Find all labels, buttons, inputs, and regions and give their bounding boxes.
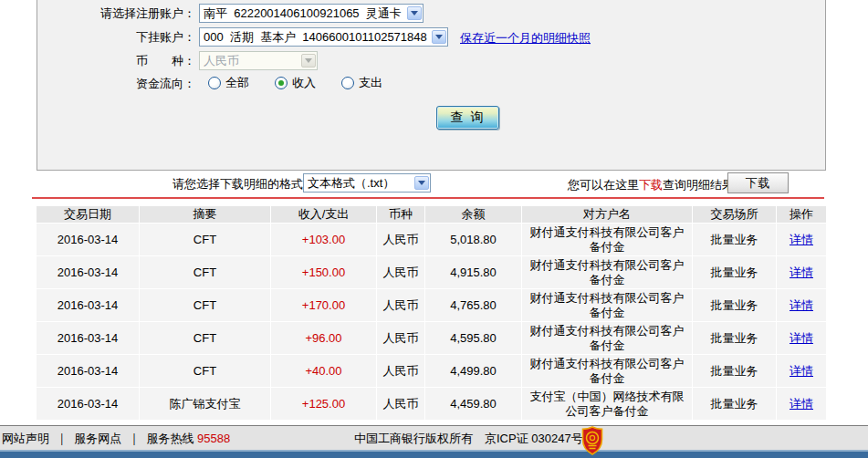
footer-link-outlets[interactable]: 服务网点: [74, 432, 121, 445]
save-snapshot-link[interactable]: 保存近一个月的明细快照: [460, 30, 591, 47]
footer-hotline-number: 95588: [197, 432, 230, 445]
radio-icon[interactable]: [341, 77, 354, 89]
cell-counterparty: 财付通支付科技有限公司客户备付金: [522, 322, 692, 354]
radio-expense[interactable]: 支出: [341, 75, 382, 91]
header-action: 操作: [777, 206, 826, 223]
table-row: 2016-03-14 陈广锦支付宝 +125.00 人民币 4,459.80 支…: [37, 388, 826, 420]
detail-link[interactable]: 详情: [790, 233, 813, 246]
transactions-table: 交易日期 摘要 收入/支出 币种 余额 对方户名 交易场所 操作 2016-03…: [36, 205, 827, 421]
cell-date: 2016-03-14: [37, 256, 139, 288]
table-row: 2016-03-14 CFT +103.00 人民币 5,018.80 财付通支…: [37, 224, 826, 255]
cell-currency: 人民币: [377, 355, 424, 387]
dropdown-arrow-icon[interactable]: [414, 176, 429, 190]
fund-flow-radio-group: 全部 收入 支出: [208, 75, 382, 91]
cell-summary: CFT: [140, 224, 270, 255]
header-place: 交易场所: [693, 206, 776, 223]
footer-hotline-label: 服务热线: [146, 432, 193, 445]
cell-summary: CFT: [140, 256, 270, 288]
detail-link[interactable]: 详情: [790, 397, 813, 411]
dropdown-arrow-icon[interactable]: [407, 6, 422, 20]
download-format-label: 请您选择下载明细的格式: [139, 175, 303, 193]
download-hint-prefix: 您可以在这里: [568, 178, 639, 192]
footer-bar: 网站声明 ｜ 服务网点 ｜ 服务热线 95588 中国工商银行版权所有 京ICP…: [0, 425, 868, 452]
currency-select-disabled: 人民币: [199, 51, 318, 70]
detail-link[interactable]: 详情: [790, 298, 813, 312]
cell-date: 2016-03-14: [37, 388, 139, 420]
footer-link-statement[interactable]: 网站声明: [2, 432, 49, 445]
cell-amount: +103.00: [271, 224, 376, 255]
table-header-row: 交易日期 摘要 收入/支出 币种 余额 对方户名 交易场所 操作: [37, 206, 826, 223]
cell-action: 详情: [777, 388, 826, 420]
cell-action: 详情: [777, 224, 826, 255]
detail-link[interactable]: 详情: [790, 331, 813, 345]
cell-counterparty: 支付宝（中国）网络技术有限公司客户备付金: [522, 388, 692, 420]
cell-date: 2016-03-14: [37, 355, 139, 387]
cell-currency: 人民币: [377, 388, 424, 420]
cell-amount: +96.00: [271, 322, 376, 354]
header-currency: 币种: [377, 206, 424, 223]
cell-currency: 人民币: [377, 224, 424, 255]
cell-currency: 人民币: [377, 322, 424, 354]
cell-amount: +170.00: [271, 289, 376, 321]
cell-summary: CFT: [140, 355, 270, 387]
cell-date: 2016-03-14: [37, 224, 139, 255]
red-divider-line: [32, 197, 824, 199]
table-row: 2016-03-14 CFT +170.00 人民币 4,765.80 财付通支…: [37, 289, 826, 321]
register-account-value: 南平 6222001406100921065 灵通卡: [200, 5, 406, 22]
header-date: 交易日期: [37, 206, 139, 223]
cell-date: 2016-03-14: [37, 322, 139, 354]
transactions-body: 2016-03-14 CFT +103.00 人民币 5,018.80 财付通支…: [37, 224, 826, 420]
icp-seal-icon: [581, 426, 603, 455]
cell-balance: 4,499.80: [425, 355, 521, 387]
radio-expense-label: 支出: [359, 75, 382, 91]
download-format-select[interactable]: 文本格式（.txt）: [303, 173, 431, 193]
cell-amount: +150.00: [271, 256, 376, 288]
cell-counterparty: 财付通支付科技有限公司客户备付金: [522, 224, 692, 255]
cell-action: 详情: [777, 256, 826, 288]
download-format-value: 文本格式（.txt）: [304, 175, 413, 192]
detail-link[interactable]: 详情: [790, 265, 813, 279]
cell-balance: 4,915.80: [425, 256, 521, 288]
radio-icon[interactable]: [208, 77, 221, 89]
query-button[interactable]: 查 询: [436, 106, 499, 130]
cell-balance: 4,595.80: [425, 322, 521, 354]
cell-summary: CFT: [140, 289, 270, 321]
cell-date: 2016-03-14: [37, 289, 139, 321]
cell-balance: 4,459.80: [425, 388, 521, 420]
download-button[interactable]: 下载: [727, 172, 789, 193]
footer-separator: ｜: [49, 432, 74, 445]
radio-income[interactable]: 收入: [275, 75, 316, 91]
cell-place: 批量业务: [693, 289, 776, 321]
download-hint-link[interactable]: 下载: [639, 178, 663, 192]
sub-account-value: 000 活期 基本户 1406600101102571848: [200, 29, 431, 46]
footer-left-links: 网站声明 ｜ 服务网点 ｜ 服务热线 95588: [2, 426, 230, 451]
table-row: 2016-03-14 CFT +150.00 人民币 4,915.80 财付通支…: [37, 256, 826, 288]
cell-place: 批量业务: [693, 388, 776, 420]
detail-link[interactable]: 详情: [790, 364, 813, 378]
header-balance: 余额: [425, 206, 521, 223]
header-summary: 摘要: [140, 206, 270, 223]
fund-flow-label: 资金流向：: [37, 74, 195, 93]
dropdown-arrow-icon: [301, 54, 316, 68]
cell-action: 详情: [777, 289, 826, 321]
radio-icon[interactable]: [275, 77, 288, 89]
footer-blue-bar: [0, 450, 868, 458]
radio-income-label: 收入: [292, 75, 316, 91]
footer-separator: ｜: [121, 432, 146, 445]
table-row: 2016-03-14 CFT +40.00 人民币 4,499.80 财付通支付…: [37, 355, 826, 387]
sub-account-select[interactable]: 000 活期 基本户 1406600101102571848: [199, 27, 448, 47]
cell-place: 批量业务: [693, 256, 776, 288]
cell-balance: 5,018.80: [425, 224, 521, 255]
cell-currency: 人民币: [377, 289, 424, 321]
cell-counterparty: 财付通支付科技有限公司客户备付金: [522, 355, 692, 387]
dropdown-arrow-icon[interactable]: [432, 30, 446, 44]
cell-counterparty: 财付通支付科技有限公司客户备付金: [522, 289, 692, 321]
register-account-label: 请选择注册账户：: [37, 4, 195, 23]
cell-counterparty: 财付通支付科技有限公司客户备付金: [522, 256, 692, 288]
radio-all[interactable]: 全部: [208, 75, 249, 91]
header-counterparty: 对方户名: [522, 206, 692, 223]
currency-value: 人民币: [200, 53, 300, 69]
radio-all-label: 全部: [225, 75, 249, 91]
register-account-select[interactable]: 南平 6222001406100921065 灵通卡: [199, 4, 424, 23]
header-amount: 收入/支出: [271, 206, 376, 223]
